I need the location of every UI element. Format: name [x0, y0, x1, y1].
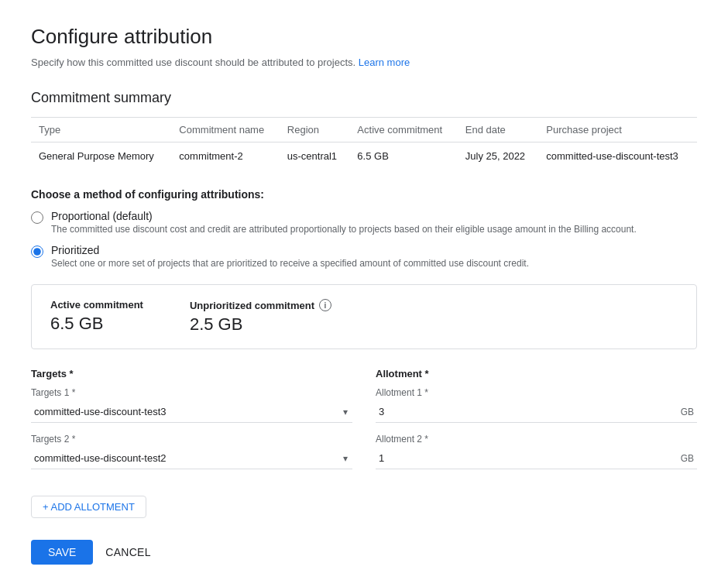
allotment-2-unit: GB — [681, 453, 697, 464]
allotment-field-2: Allotment 2 * GB — [376, 434, 697, 469]
commitment-summary-table: Type Commitment name Region Active commi… — [31, 117, 697, 170]
col-active-commitment: Active commitment — [349, 118, 457, 142]
action-buttons: SAVE CANCEL — [31, 540, 697, 565]
allotment-1-input-wrapper: GB — [376, 401, 697, 423]
commitment-box: Active commitment 6.5 GB Unprioritized c… — [31, 284, 697, 349]
targets-field-2: Targets 2 * committed-use-discount-test3… — [31, 434, 352, 469]
unprioritized-info-icon[interactable]: i — [319, 299, 331, 311]
add-allotment-button[interactable]: + ADD ALLOTMENT — [31, 496, 146, 518]
table-row: General Purpose Memory commitment-2 us-c… — [31, 142, 697, 170]
cell-name: commitment-2 — [171, 142, 279, 170]
unprioritized-value: 2.5 GB — [190, 314, 331, 335]
allotment-column: Allotment * Allotment 1 * GB Allotment 2… — [376, 368, 697, 480]
radio-prioritized[interactable] — [31, 246, 43, 258]
cell-active-commitment: 6.5 GB — [349, 142, 457, 170]
active-commitment-section: Active commitment 6.5 GB — [50, 299, 143, 335]
radio-proportional-label: Proportional (default) — [51, 210, 637, 222]
cell-region: us-central1 — [280, 142, 350, 170]
allotment-1-input[interactable] — [376, 401, 681, 422]
col-type: Type — [31, 118, 171, 142]
allotment-1-unit: GB — [681, 407, 697, 417]
targets-allotment-section: Targets * Targets 1 * committed-use-disc… — [31, 368, 697, 480]
targets-2-select-wrapper: committed-use-discount-test3 committed-u… — [31, 448, 352, 469]
radio-proportional[interactable] — [31, 211, 43, 224]
allotment-field-1: Allotment 1 * GB — [376, 387, 697, 423]
allotment-2-input-wrapper: GB — [376, 448, 697, 469]
col-end-date: End date — [458, 118, 539, 142]
attribution-section-label: Choose a method of configuring attributi… — [31, 188, 697, 201]
targets-1-label: Targets 1 * — [31, 387, 352, 398]
attribution-radio-group: Proportional (default) The committed use… — [31, 210, 697, 269]
page-subtitle: Specify how this committed use discount … — [31, 57, 697, 68]
targets-1-select-wrapper: committed-use-discount-test3 committed-u… — [31, 401, 352, 423]
active-commitment-value: 6.5 GB — [50, 314, 143, 334]
radio-option-proportional: Proportional (default) The committed use… — [31, 210, 697, 235]
targets-field-1: Targets 1 * committed-use-discount-test3… — [31, 387, 352, 423]
cell-end-date: July 25, 2022 — [458, 142, 539, 170]
col-region: Region — [280, 118, 350, 142]
unprioritized-commitment-section: Unprioritized commitment i 2.5 GB — [190, 299, 331, 335]
radio-option-prioritized: Prioritized Select one or more set of pr… — [31, 244, 697, 269]
radio-prioritized-label: Prioritized — [51, 244, 529, 256]
targets-col-header: Targets * — [31, 368, 352, 379]
targets-2-select[interactable]: committed-use-discount-test3 committed-u… — [31, 448, 352, 469]
targets-1-select[interactable]: committed-use-discount-test3 committed-u… — [31, 401, 352, 423]
learn-more-link[interactable]: Learn more — [359, 57, 410, 68]
allotment-2-input[interactable] — [376, 448, 681, 469]
allotment-col-header: Allotment * — [376, 368, 697, 379]
radio-prioritized-desc: Select one or more set of projects that … — [51, 258, 529, 269]
allotment-2-label: Allotment 2 * — [376, 434, 697, 445]
cancel-button[interactable]: CANCEL — [105, 540, 150, 565]
allotment-1-label: Allotment 1 * — [376, 387, 697, 398]
commitment-summary-heading: Commitment summary — [31, 90, 697, 106]
col-name: Commitment name — [171, 118, 279, 142]
page-title: Configure attribution — [31, 25, 697, 49]
col-purchase-project: Purchase project — [538, 118, 697, 142]
save-button[interactable]: SAVE — [31, 540, 93, 565]
cell-type: General Purpose Memory — [31, 142, 171, 170]
active-commitment-label: Active commitment — [50, 299, 143, 311]
unprioritized-label: Unprioritized commitment i — [190, 299, 331, 311]
cell-purchase-project: committed-use-discount-test3 — [538, 142, 697, 170]
targets-2-label: Targets 2 * — [31, 434, 352, 445]
radio-proportional-desc: The committed use discount cost and cred… — [51, 224, 637, 235]
targets-column: Targets * Targets 1 * committed-use-disc… — [31, 368, 352, 480]
